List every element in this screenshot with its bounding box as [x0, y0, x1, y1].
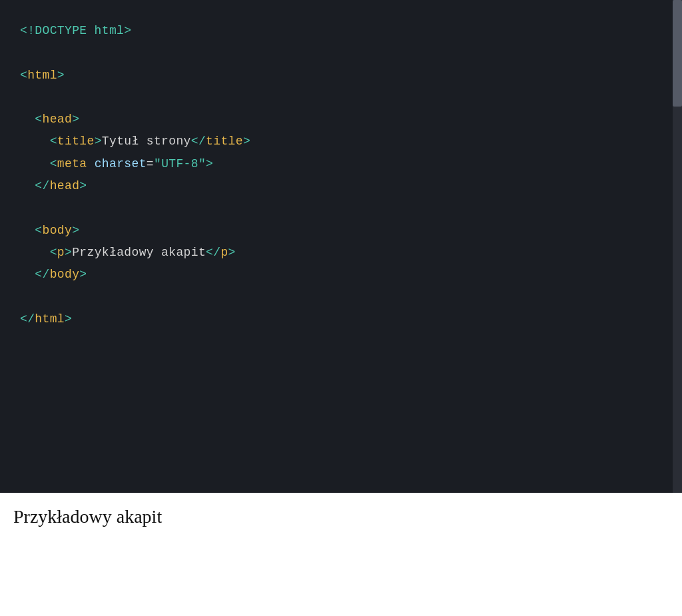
line-meta: <meta charset="UTF-8">	[20, 153, 669, 175]
line-head-close: </head>	[20, 175, 669, 197]
line-body-close: </body>	[20, 264, 669, 286]
line-blank-2	[20, 87, 669, 109]
preview-pane: Przykładowy akapit	[0, 493, 682, 616]
scrollbar-thumb[interactable]	[673, 0, 682, 107]
line-doctype: <!DOCTYPE html>	[20, 20, 669, 42]
line-body-open: <body>	[20, 220, 669, 242]
scrollbar[interactable]	[673, 0, 682, 493]
line-head-open: <head>	[20, 109, 669, 131]
preview-paragraph: Przykładowy akapit	[13, 506, 162, 527]
line-p: <p>Przykładowy akapit</p>	[20, 242, 669, 264]
line-blank-4	[20, 286, 669, 308]
line-blank-1	[20, 42, 669, 64]
line-blank-3	[20, 197, 669, 219]
code-editor: <!DOCTYPE html> <html> <head> <title>Tyt…	[0, 0, 682, 493]
line-html-open: <html>	[20, 65, 669, 87]
line-html-close: </html>	[20, 308, 669, 330]
line-title: <title>Tytuł strony</title>	[20, 131, 669, 153]
code-content: <!DOCTYPE html> <html> <head> <title>Tyt…	[20, 20, 669, 330]
